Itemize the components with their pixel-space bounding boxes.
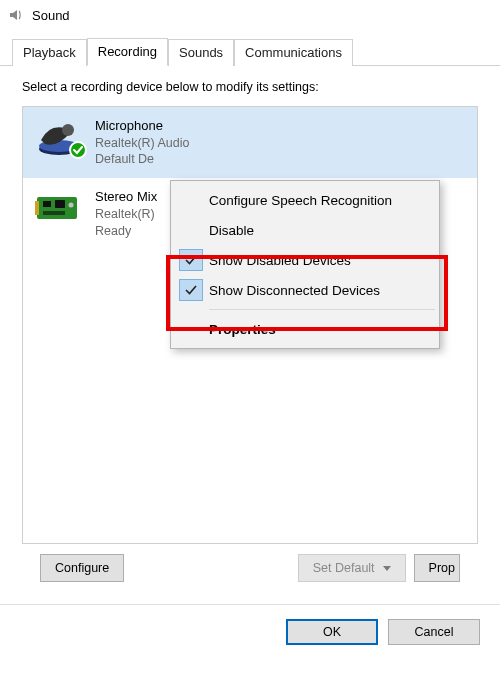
default-check-icon (69, 141, 87, 159)
tab-recording[interactable]: Recording (87, 38, 168, 66)
dialog-footer: OK Cancel (0, 605, 500, 659)
svg-rect-5 (43, 201, 51, 207)
checkmark-icon (179, 279, 203, 301)
panel-button-row: Configure Set Default Prop (22, 544, 478, 592)
device-name: Microphone (95, 117, 190, 135)
properties-button[interactable]: Prop (414, 554, 460, 582)
sound-icon (8, 7, 24, 23)
prompt-text: Select a recording device below to modif… (22, 80, 478, 94)
menu-show-disconnected[interactable]: Show Disconnected Devices (171, 275, 439, 305)
svg-point-7 (69, 203, 74, 208)
configure-button[interactable]: Configure (40, 554, 124, 582)
svg-rect-6 (55, 200, 65, 208)
device-text: Stereo Mix Realtek(R) Ready (95, 188, 157, 239)
menu-disable[interactable]: Disable (171, 215, 439, 245)
svg-point-2 (62, 124, 74, 136)
list-item[interactable]: Microphone Realtek(R) Audio Default De (23, 107, 477, 178)
menu-show-disabled[interactable]: Show Disabled Devices (171, 245, 439, 275)
menu-check-placeholder (179, 219, 203, 241)
window-title: Sound (32, 8, 70, 23)
context-menu: Configure Speech Recognition Disable Sho… (170, 180, 440, 349)
tab-communications[interactable]: Communications (234, 39, 353, 66)
microphone-icon (33, 117, 85, 157)
tab-sounds[interactable]: Sounds (168, 39, 234, 66)
cancel-button[interactable]: Cancel (388, 619, 480, 645)
menu-check-placeholder (179, 318, 203, 340)
tab-playback[interactable]: Playback (12, 39, 87, 66)
set-default-button[interactable]: Set Default (298, 554, 406, 582)
menu-check-placeholder (179, 189, 203, 211)
device-driver: Realtek(R) (95, 206, 157, 223)
menu-properties[interactable]: Properties (171, 314, 439, 344)
device-status: Ready (95, 223, 157, 240)
menu-separator (209, 309, 435, 310)
svg-rect-8 (43, 211, 65, 215)
title-bar: Sound (0, 0, 500, 30)
device-text: Microphone Realtek(R) Audio Default De (95, 117, 190, 168)
checkmark-icon (179, 249, 203, 271)
device-driver: Realtek(R) Audio (95, 135, 190, 152)
svg-rect-4 (35, 201, 39, 215)
device-status: Default De (95, 151, 190, 168)
device-name: Stereo Mix (95, 188, 157, 206)
menu-configure-speech[interactable]: Configure Speech Recognition (171, 185, 439, 215)
tab-strip: Playback Recording Sounds Communications (0, 30, 500, 66)
soundcard-icon (33, 188, 85, 228)
ok-button[interactable]: OK (286, 619, 378, 645)
